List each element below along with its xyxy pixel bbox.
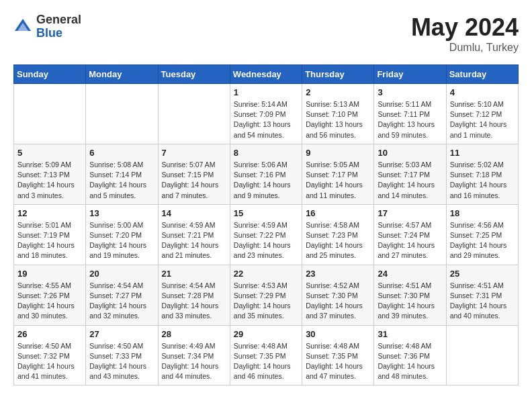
sunset-text: Sunset: 7:33 PM	[89, 352, 142, 360]
logo-icon	[13, 17, 32, 36]
daylight-text: Daylight: 14 hours and 27 minutes.	[378, 241, 435, 259]
table-row: 20Sunrise: 4:54 AMSunset: 7:27 PMDayligh…	[86, 265, 158, 325]
title-month-year: May 2024	[411, 13, 519, 42]
day-number: 25	[450, 269, 515, 279]
sunrise-text: Sunrise: 4:58 AM	[306, 221, 359, 229]
sunset-text: Sunset: 7:28 PM	[162, 291, 214, 300]
daylight-text: Daylight: 14 hours and 11 minutes.	[306, 181, 363, 199]
table-row	[158, 84, 230, 144]
sunset-text: Sunset: 7:12 PM	[450, 110, 502, 118]
day-info: Sunrise: 5:07 AMSunset: 7:15 PMDaylight:…	[162, 160, 226, 201]
table-row: 9Sunrise: 5:05 AMSunset: 7:17 PMDaylight…	[302, 144, 374, 204]
day-number: 30	[306, 329, 370, 339]
sunset-text: Sunset: 7:25 PM	[450, 231, 502, 239]
daylight-text: Daylight: 14 hours and 43 minutes.	[89, 362, 146, 380]
sunset-text: Sunset: 7:16 PM	[234, 171, 286, 179]
logo-text: General Blue	[36, 13, 81, 40]
daylight-text: Daylight: 13 hours and 59 minutes.	[378, 120, 435, 138]
day-info: Sunrise: 5:11 AMSunset: 7:11 PMDaylight:…	[378, 99, 442, 140]
sunrise-text: Sunrise: 5:10 AM	[450, 100, 504, 108]
logo-blue: Blue	[36, 27, 81, 40]
table-row	[86, 84, 158, 144]
day-info: Sunrise: 4:48 AMSunset: 7:35 PMDaylight:…	[234, 341, 298, 382]
day-info: Sunrise: 4:59 AMSunset: 7:21 PMDaylight:…	[162, 220, 226, 261]
daylight-text: Daylight: 14 hours and 33 minutes.	[162, 302, 219, 320]
sunrise-text: Sunrise: 5:08 AM	[89, 161, 143, 169]
table-row: 23Sunrise: 4:52 AMSunset: 7:30 PMDayligh…	[302, 265, 374, 325]
sunset-text: Sunset: 7:30 PM	[378, 291, 430, 300]
daylight-text: Daylight: 14 hours and 25 minutes.	[306, 241, 363, 259]
day-info: Sunrise: 4:49 AMSunset: 7:34 PMDaylight:…	[162, 341, 226, 382]
sunrise-text: Sunrise: 4:49 AM	[162, 342, 216, 350]
day-info: Sunrise: 4:55 AMSunset: 7:26 PMDaylight:…	[17, 281, 82, 322]
day-info: Sunrise: 4:54 AMSunset: 7:27 PMDaylight:…	[89, 281, 154, 322]
table-row: 27Sunrise: 4:50 AMSunset: 7:33 PMDayligh…	[86, 325, 158, 385]
sunrise-text: Sunrise: 5:02 AM	[450, 161, 504, 169]
sunset-text: Sunset: 7:29 PM	[234, 291, 286, 300]
table-row: 30Sunrise: 4:48 AMSunset: 7:35 PMDayligh…	[302, 325, 374, 385]
day-number: 21	[162, 269, 226, 279]
daylight-text: Daylight: 14 hours and 14 minutes.	[378, 181, 435, 199]
logo-general: General	[36, 13, 81, 27]
day-info: Sunrise: 5:02 AMSunset: 7:18 PMDaylight:…	[450, 160, 515, 201]
table-row: 18Sunrise: 4:56 AMSunset: 7:25 PMDayligh…	[446, 204, 518, 265]
sunrise-text: Sunrise: 4:55 AM	[17, 281, 71, 289]
daylight-text: Daylight: 14 hours and 39 minutes.	[378, 302, 435, 320]
header-monday: Monday	[86, 65, 158, 84]
sunrise-text: Sunrise: 4:48 AM	[378, 342, 431, 350]
sunrise-text: Sunrise: 4:54 AM	[89, 281, 143, 289]
sunrise-text: Sunrise: 4:59 AM	[162, 221, 216, 229]
day-info: Sunrise: 4:56 AMSunset: 7:25 PMDaylight:…	[450, 220, 515, 261]
daylight-text: Daylight: 14 hours and 21 minutes.	[162, 241, 219, 259]
day-number: 11	[450, 148, 515, 158]
daylight-text: Daylight: 14 hours and 9 minutes.	[234, 181, 291, 199]
day-info: Sunrise: 5:05 AMSunset: 7:17 PMDaylight:…	[306, 160, 370, 201]
day-number: 7	[162, 148, 226, 158]
table-row: 22Sunrise: 4:53 AMSunset: 7:29 PMDayligh…	[230, 265, 302, 325]
day-info: Sunrise: 4:53 AMSunset: 7:29 PMDaylight:…	[234, 281, 298, 322]
sunset-text: Sunset: 7:31 PM	[450, 291, 502, 300]
daylight-text: Daylight: 14 hours and 48 minutes.	[378, 362, 435, 380]
sunset-text: Sunset: 7:18 PM	[450, 171, 502, 179]
table-row: 8Sunrise: 5:06 AMSunset: 7:16 PMDaylight…	[230, 144, 302, 204]
sunset-text: Sunset: 7:35 PM	[234, 352, 286, 360]
sunset-text: Sunset: 7:36 PM	[378, 352, 430, 360]
day-number: 9	[306, 148, 370, 158]
table-row: 13Sunrise: 5:00 AMSunset: 7:20 PMDayligh…	[86, 204, 158, 265]
table-row: 25Sunrise: 4:51 AMSunset: 7:31 PMDayligh…	[446, 265, 518, 325]
table-row: 11Sunrise: 5:02 AMSunset: 7:18 PMDayligh…	[446, 144, 518, 204]
daylight-text: Daylight: 13 hours and 56 minutes.	[306, 120, 363, 138]
calendar-week-row: 1Sunrise: 5:14 AMSunset: 7:09 PMDaylight…	[14, 84, 519, 144]
day-number: 3	[378, 87, 442, 97]
table-row: 10Sunrise: 5:03 AMSunset: 7:17 PMDayligh…	[374, 144, 446, 204]
daylight-text: Daylight: 14 hours and 3 minutes.	[17, 181, 75, 199]
sunset-text: Sunset: 7:13 PM	[17, 171, 70, 179]
sunset-text: Sunset: 7:23 PM	[306, 231, 358, 239]
day-number: 12	[17, 208, 82, 218]
sunrise-text: Sunrise: 5:09 AM	[17, 161, 71, 169]
day-info: Sunrise: 5:09 AMSunset: 7:13 PMDaylight:…	[17, 160, 82, 201]
sunrise-text: Sunrise: 4:56 AM	[450, 221, 504, 229]
day-info: Sunrise: 5:10 AMSunset: 7:12 PMDaylight:…	[450, 99, 515, 140]
daylight-text: Daylight: 14 hours and 32 minutes.	[89, 302, 146, 320]
page-header: General Blue May 2024 Dumlu, Turkey	[13, 13, 519, 54]
day-number: 1	[234, 87, 298, 97]
sunrise-text: Sunrise: 5:00 AM	[89, 221, 143, 229]
sunset-text: Sunset: 7:35 PM	[306, 352, 358, 360]
table-row: 3Sunrise: 5:11 AMSunset: 7:11 PMDaylight…	[374, 84, 446, 144]
day-number: 27	[89, 329, 154, 339]
header-friday: Friday	[374, 65, 446, 84]
sunrise-text: Sunrise: 5:11 AM	[378, 100, 431, 108]
sunrise-text: Sunrise: 4:48 AM	[306, 342, 359, 350]
header-thursday: Thursday	[302, 65, 374, 84]
table-row: 29Sunrise: 4:48 AMSunset: 7:35 PMDayligh…	[230, 325, 302, 385]
day-info: Sunrise: 5:00 AMSunset: 7:20 PMDaylight:…	[89, 220, 154, 261]
table-row: 4Sunrise: 5:10 AMSunset: 7:12 PMDaylight…	[446, 84, 518, 144]
daylight-text: Daylight: 14 hours and 44 minutes.	[162, 362, 219, 380]
sunrise-text: Sunrise: 5:06 AM	[234, 161, 287, 169]
daylight-text: Daylight: 14 hours and 37 minutes.	[306, 302, 363, 320]
calendar-week-row: 12Sunrise: 5:01 AMSunset: 7:19 PMDayligh…	[14, 204, 519, 265]
daylight-text: Daylight: 14 hours and 46 minutes.	[234, 362, 291, 380]
calendar-week-row: 19Sunrise: 4:55 AMSunset: 7:26 PMDayligh…	[14, 265, 519, 325]
daylight-text: Daylight: 14 hours and 5 minutes.	[89, 181, 146, 199]
